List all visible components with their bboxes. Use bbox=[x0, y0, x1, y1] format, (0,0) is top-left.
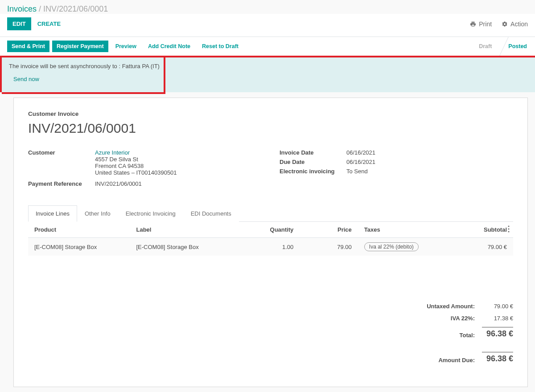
due-date-label: Due Date bbox=[280, 159, 346, 165]
reset-to-draft-button[interactable]: Reset to Draft bbox=[198, 41, 243, 52]
tax-pill: Iva al 22% (debito) bbox=[364, 242, 419, 251]
iva-value: 17.38 € bbox=[482, 315, 513, 322]
invoice-date-value: 06/16/2021 bbox=[346, 149, 513, 156]
create-button[interactable]: Create bbox=[37, 17, 61, 30]
sheet-subtitle: Customer Invoice bbox=[28, 110, 513, 117]
print-button[interactable]: Print bbox=[470, 20, 492, 28]
cell-quantity: 1.00 bbox=[242, 238, 300, 256]
status-bar: Draft Posted bbox=[471, 37, 535, 56]
th-quantity: Quantity bbox=[242, 222, 300, 238]
th-taxes: Taxes bbox=[358, 222, 440, 238]
add-credit-note-button[interactable]: Add Credit Note bbox=[144, 41, 195, 52]
cell-label: [E-COM08] Storage Box bbox=[130, 238, 241, 256]
customer-label: Customer bbox=[28, 149, 95, 176]
sheet-title: INV/2021/06/0001 bbox=[28, 121, 513, 136]
action-button[interactable]: Action bbox=[502, 20, 528, 28]
th-price: Price bbox=[300, 222, 358, 238]
banner-message: The invoice will be sent asynchronously … bbox=[9, 63, 528, 69]
th-label: Label bbox=[130, 222, 241, 238]
tabs: Invoice Lines Other Info Electronic Invo… bbox=[28, 205, 513, 222]
print-label: Print bbox=[479, 20, 492, 28]
invoice-lines-table: Product Label Quantity Price Taxes Subto… bbox=[28, 222, 513, 256]
cell-subtotal: 79.00 € bbox=[440, 238, 513, 256]
gear-icon bbox=[502, 21, 508, 27]
send-print-button[interactable]: Send & Print bbox=[7, 41, 49, 52]
tab-electronic-invoicing[interactable]: Electronic Invoicing bbox=[118, 205, 183, 222]
register-payment-button[interactable]: Register Payment bbox=[52, 41, 108, 52]
iva-label: IVA 22%: bbox=[415, 315, 482, 322]
electronic-invoicing-label: Electronic invoicing bbox=[280, 168, 346, 175]
kebab-icon[interactable] bbox=[506, 225, 511, 233]
breadcrumb-current: INV/2021/06/0001 bbox=[43, 4, 108, 13]
customer-link[interactable]: Azure Interior bbox=[95, 149, 130, 156]
info-banner: The invoice will be sent asynchronously … bbox=[0, 56, 535, 92]
action-label: Action bbox=[510, 20, 528, 28]
form-sheet: Customer Invoice INV/2021/06/0001 Custom… bbox=[13, 98, 528, 387]
send-now-link[interactable]: Send now bbox=[9, 76, 528, 82]
svg-point-0 bbox=[508, 226, 510, 227]
total-label: Total: bbox=[415, 332, 482, 339]
tab-other-info[interactable]: Other Info bbox=[77, 205, 118, 222]
th-product: Product bbox=[28, 222, 130, 238]
print-icon bbox=[470, 21, 476, 27]
edit-button[interactable]: Edit bbox=[7, 17, 31, 30]
customer-addr1: 4557 De Silva St bbox=[95, 156, 138, 163]
toolbar: Edit Create Print Action bbox=[0, 14, 535, 37]
cell-price: 79.00 bbox=[300, 238, 358, 256]
totals: Untaxed Amount: 79.00 € IVA 22%: 17.38 €… bbox=[28, 300, 513, 366]
breadcrumb-root-link[interactable]: Invoices bbox=[7, 4, 37, 13]
invoice-date-label: Invoice Date bbox=[280, 149, 346, 156]
status-draft[interactable]: Draft bbox=[471, 37, 500, 56]
svg-point-2 bbox=[508, 231, 510, 233]
untaxed-label: Untaxed Amount: bbox=[415, 303, 482, 310]
action-bar: Send & Print Register Payment Preview Ad… bbox=[0, 37, 535, 56]
customer-addr2: Fremont CA 94538 bbox=[95, 163, 144, 169]
payment-ref-value: INV/2021/06/0001 bbox=[95, 180, 262, 187]
breadcrumb-sep: / bbox=[37, 4, 43, 13]
cell-taxes: Iva al 22% (debito) bbox=[358, 238, 440, 256]
svg-point-1 bbox=[508, 229, 510, 230]
due-date-value: 06/16/2021 bbox=[346, 159, 513, 165]
cell-product: [E-COM08] Storage Box bbox=[28, 238, 130, 256]
tab-edi-documents[interactable]: EDI Documents bbox=[183, 205, 239, 222]
untaxed-value: 79.00 € bbox=[482, 303, 513, 310]
payment-ref-label: Payment Reference bbox=[28, 180, 95, 187]
electronic-invoicing-value: To Send bbox=[346, 168, 513, 175]
preview-button[interactable]: Preview bbox=[111, 41, 141, 52]
table-row[interactable]: [E-COM08] Storage Box [E-COM08] Storage … bbox=[28, 238, 513, 256]
tab-invoice-lines[interactable]: Invoice Lines bbox=[28, 205, 77, 222]
total-value: 96.38 € bbox=[482, 327, 513, 339]
amount-due-label: Amount Due: bbox=[415, 357, 482, 363]
customer-addr3: United States – IT00140390501 bbox=[95, 169, 177, 176]
th-subtotal: Subtotal bbox=[440, 222, 513, 238]
amount-due-value: 96.38 € bbox=[482, 352, 513, 363]
breadcrumb: Invoices / INV/2021/06/0001 bbox=[0, 0, 535, 14]
